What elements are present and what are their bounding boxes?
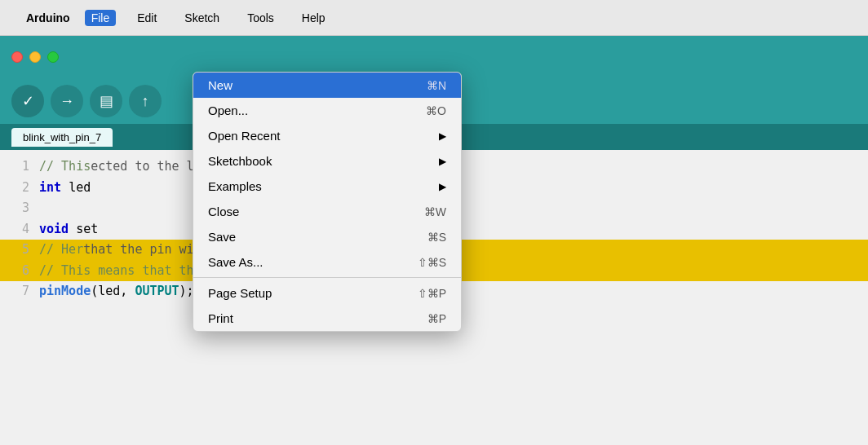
chevron-right-icon-sketchbook: ▶ bbox=[439, 156, 446, 167]
menu-item-save-as-label: Save As... bbox=[208, 255, 418, 269]
menu-file[interactable]: File bbox=[85, 10, 117, 26]
line-num-4: 4 bbox=[7, 219, 29, 240]
line-num-1: 1 bbox=[7, 156, 29, 178]
file-menu: New ⌘N Open... ⌘O Open Recent ▶ Sketchbo… bbox=[193, 72, 462, 332]
menu-item-page-setup-label: Page Setup bbox=[208, 286, 418, 300]
line-num-3: 3 bbox=[7, 198, 29, 219]
code-text-4: void set bbox=[39, 219, 98, 240]
code-text-2: int led bbox=[39, 178, 91, 199]
line-num-6: 6 bbox=[7, 261, 29, 282]
menu-item-open-label: Open... bbox=[208, 104, 426, 117]
traffic-maximize[interactable] bbox=[47, 51, 59, 63]
menu-item-save-shortcut: ⌘S bbox=[427, 231, 446, 244]
menu-item-page-setup[interactable]: Page Setup ⇧⌘P bbox=[193, 280, 461, 306]
menu-separator bbox=[193, 277, 461, 278]
app-window: ✓ → ▤ ↑ blink_with_pin_7 1 // Thisected … bbox=[0, 36, 868, 445]
menu-item-examples[interactable]: Examples ▶ bbox=[193, 174, 461, 199]
upload-button[interactable]: → bbox=[51, 85, 83, 117]
menubar: Arduino File Edit Sketch Tools Help bbox=[0, 0, 868, 36]
code-text-7: pinMode(led, OUTPUT); bbox=[39, 281, 194, 302]
code-text-1: // Thisected to the led bbox=[39, 156, 209, 178]
menu-item-save[interactable]: Save ⌘S bbox=[193, 224, 461, 249]
menu-item-new-label: New bbox=[208, 78, 427, 92]
menu-item-save-as-shortcut: ⇧⌘S bbox=[418, 256, 446, 269]
menu-item-page-setup-shortcut: ⇧⌘P bbox=[418, 287, 446, 300]
menu-item-examples-label: Examples bbox=[208, 179, 439, 193]
menu-item-open-recent[interactable]: Open Recent ▶ bbox=[193, 123, 461, 148]
chevron-right-icon-examples: ▶ bbox=[439, 181, 446, 192]
menu-item-open-shortcut: ⌘O bbox=[426, 104, 446, 117]
menu-item-new[interactable]: New ⌘N bbox=[193, 73, 461, 98]
active-tab[interactable]: blink_with_pin_7 bbox=[11, 128, 113, 147]
line-num-2: 2 bbox=[7, 178, 29, 199]
menu-item-print[interactable]: Print ⌘P bbox=[193, 306, 461, 331]
traffic-minimize[interactable] bbox=[29, 51, 41, 63]
menu-sketch[interactable]: Sketch bbox=[178, 10, 226, 26]
menu-item-open-recent-label: Open Recent bbox=[208, 129, 439, 143]
chevron-right-icon-open-recent: ▶ bbox=[439, 130, 446, 142]
menu-item-open[interactable]: Open... ⌘O bbox=[193, 98, 461, 123]
menu-item-print-shortcut: ⌘P bbox=[427, 312, 446, 325]
line-num-7: 7 bbox=[7, 281, 29, 302]
app-name: Arduino bbox=[26, 11, 70, 24]
menu-item-close-label: Close bbox=[208, 205, 424, 218]
menu-item-sketchbook-label: Sketchbook bbox=[208, 154, 439, 168]
menu-item-sketchbook[interactable]: Sketchbook ▶ bbox=[193, 148, 461, 174]
menu-item-new-shortcut: ⌘N bbox=[427, 79, 446, 92]
menu-edit[interactable]: Edit bbox=[131, 10, 163, 26]
line-num-5: 5 bbox=[7, 240, 29, 261]
menu-tools[interactable]: Tools bbox=[241, 10, 281, 26]
verify-button[interactable]: ✓ bbox=[11, 85, 44, 117]
menu-item-print-label: Print bbox=[208, 311, 427, 325]
menu-item-save-as[interactable]: Save As... ⇧⌘S bbox=[193, 249, 461, 275]
serial-button[interactable]: ↑ bbox=[129, 85, 162, 117]
new-button[interactable]: ▤ bbox=[90, 85, 122, 117]
menu-item-save-label: Save bbox=[208, 230, 427, 244]
traffic-close[interactable] bbox=[11, 51, 23, 63]
menu-help[interactable]: Help bbox=[295, 10, 332, 26]
menu-item-close-shortcut: ⌘W bbox=[424, 205, 446, 218]
menu-item-close[interactable]: Close ⌘W bbox=[193, 199, 461, 224]
